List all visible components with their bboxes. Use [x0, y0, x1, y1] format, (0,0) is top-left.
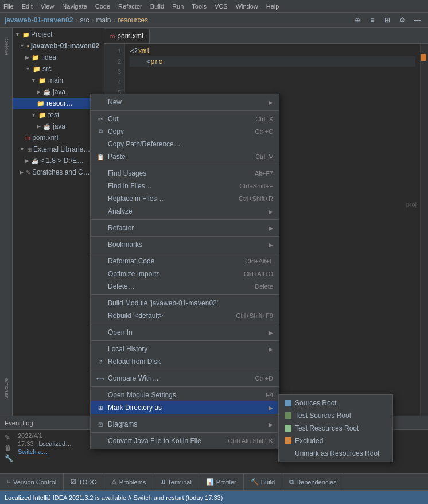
menu-view[interactable]: View [41, 3, 55, 10]
submenu-excluded-label: Excluded [295, 437, 323, 445]
tab-profiler[interactable]: 📊 Profiler [199, 474, 244, 491]
editor-tab-pom[interactable]: m pom.xml [104, 29, 150, 43]
ctx-rebuild-label: Rebuild '<default>' [108, 312, 232, 320]
ctx-cut[interactable]: ✂ Cut Ctrl+X [91, 113, 279, 125]
menu-tools[interactable]: Tools [192, 3, 207, 10]
submenu-test-sources-root[interactable]: Test Sources Root [279, 409, 392, 422]
submenu-test-resources-root[interactable]: Test Resources Root [279, 422, 392, 435]
bookmarks-icon [96, 241, 104, 249]
ctx-diagrams[interactable]: ⊡ Diagrams ▶ [91, 418, 279, 431]
tree-item-idea[interactable]: ▶ 📁 .idea [13, 52, 104, 63]
tab-version-control[interactable]: ⑂ Version Control [0, 474, 64, 491]
menu-help[interactable]: Help [266, 3, 279, 10]
ctx-refactor[interactable]: Refactor ▶ [91, 222, 279, 234]
breadcrumb-project[interactable]: javaweb-01-maven02 [5, 16, 73, 24]
tree-label-test: test [48, 111, 59, 119]
event-note-icon[interactable]: ✎ [5, 433, 13, 441]
ctx-open-in[interactable]: Open In ▶ [91, 326, 279, 339]
ctx-find-usages[interactable]: Find Usages Alt+F7 [91, 167, 279, 180]
ctx-compare[interactable]: ⟺ Compare With… Ctrl+D [91, 372, 279, 385]
tree-item-project[interactable]: ▼ 📁 Project [13, 29, 104, 40]
breadcrumb-src[interactable]: src [80, 16, 89, 24]
test-java-folder-icon: ☕ [43, 123, 51, 130]
submenu-unmark-resources-root[interactable]: Unmark as Resources Root [279, 447, 392, 460]
ctx-find-usages-shortcut: Alt+F7 [255, 170, 273, 177]
menu-window[interactable]: Window [236, 3, 258, 10]
ctx-build-module[interactable]: Build Module 'javaweb-01-maven02' [91, 297, 279, 309]
tree-item-root-project[interactable]: ▼ ▪ javaweb-01-maven02 D:\workspace\P… [13, 40, 104, 52]
ctx-module-settings[interactable]: Open Module Settings F4 [91, 389, 279, 401]
menu-navigate[interactable]: Navigate [62, 3, 87, 10]
tab-dependencies[interactable]: ⧉ Dependencies [282, 474, 344, 491]
ctx-sep11 [91, 416, 279, 416]
ctx-paste[interactable]: 📋 Paste Ctrl+V [91, 150, 279, 163]
ctx-bookmarks-label: Bookmarks [108, 241, 265, 249]
code-line-4 [130, 77, 415, 87]
ctx-reformat[interactable]: Reformat Code Ctrl+Alt+L [91, 255, 279, 267]
tab-todo[interactable]: ☑ TODO [64, 474, 104, 491]
ctx-convert-kotlin[interactable]: Convert Java File to Kotlin File Ctrl+Al… [91, 435, 279, 447]
jdk-icon: ☕ [32, 158, 38, 164]
event-switch-link[interactable]: Switch a… [18, 448, 48, 455]
build-module-icon [96, 299, 104, 307]
delete-icon [96, 282, 104, 290]
tab-terminal[interactable]: ⊞ Terminal [153, 474, 199, 491]
ctx-replace-files[interactable]: Replace in Files… Ctrl+Shift+R [91, 192, 279, 205]
ctx-copy-path[interactable]: Copy Path/Reference… [91, 138, 279, 150]
ctx-optimize[interactable]: Optimize Imports Ctrl+Alt+O [91, 267, 279, 280]
ctx-cut-shortcut: Ctrl+X [255, 115, 273, 122]
breadcrumb-main[interactable]: main [96, 16, 111, 24]
scratches-arrow-icon: ▶ [20, 169, 24, 175]
sources-root-dot [285, 400, 291, 406]
submenu-excluded[interactable]: Excluded [279, 435, 392, 447]
analyze-icon [96, 207, 104, 215]
event-wrench-icon[interactable]: 🔧 [5, 454, 13, 462]
toolbar-filter-icon[interactable]: ⊞ [381, 14, 394, 26]
ctx-compare-label: Compare With… [108, 374, 252, 382]
ctx-copy[interactable]: ⧉ Copy Ctrl+C [91, 125, 279, 138]
ctx-find-files-shortcut: Ctrl+Shift+F [239, 183, 273, 189]
build-icon: 🔨 [251, 478, 259, 486]
sidebar-structure-icon[interactable]: Structure [1, 373, 11, 404]
submenu-sources-root[interactable]: Sources Root [279, 397, 392, 409]
tab-todo-label: TODO [79, 479, 97, 486]
tab-build[interactable]: 🔨 Build [244, 474, 282, 491]
ctx-optimize-shortcut: Ctrl+Alt+O [244, 270, 273, 277]
arrow-expand-icon: ▼ [20, 43, 25, 49]
jdk-arrow-icon: ▶ [25, 158, 29, 164]
sidebar-project-icon[interactable]: Project [1, 30, 11, 64]
menu-edit[interactable]: Edit [22, 3, 33, 10]
toolbar-globe-icon[interactable]: ⊕ [351, 14, 364, 26]
menu-build[interactable]: Build [150, 3, 164, 10]
ctx-analyze[interactable]: Analyze ▶ [91, 205, 279, 218]
menu-file[interactable]: File [3, 3, 14, 10]
ctx-reload[interactable]: ↺ Reload from Disk [91, 355, 279, 368]
ctx-sep1 [91, 110, 279, 111]
tree-item-src[interactable]: ▼ 📁 src [13, 63, 104, 75]
ctx-mark-dir[interactable]: ⊞ Mark Directory as ▶ [91, 401, 279, 414]
tab-problems[interactable]: ⚠ Problems [104, 474, 153, 491]
menu-refactor[interactable]: Refactor [118, 3, 142, 10]
event-trash-icon[interactable]: 🗑 [5, 444, 13, 452]
ctx-delete[interactable]: Delete… Delete [91, 280, 279, 293]
open-in-arrow-icon: ▶ [269, 329, 273, 336]
ctx-new[interactable]: New ▶ [91, 96, 279, 108]
ctx-rebuild[interactable]: Rebuild '<default>' Ctrl+Shift+F9 [91, 309, 279, 322]
code-line-3 [130, 67, 415, 77]
breadcrumb-resources[interactable]: resources [118, 16, 148, 24]
menu-run[interactable]: Run [172, 3, 184, 10]
ctx-find-files[interactable]: Find in Files… Ctrl+Shift+F [91, 180, 279, 192]
tab-terminal-label: Terminal [168, 479, 192, 486]
toolbar-settings-icon[interactable]: ⚙ [396, 14, 408, 26]
ctx-local-history[interactable]: Local History ▶ [91, 343, 279, 355]
toolbar-list-icon[interactable]: ≡ [366, 14, 379, 26]
tree-item-main[interactable]: ▼ 📁 main [13, 75, 104, 86]
toolbar-minimize-icon[interactable]: — [411, 14, 423, 26]
ctx-bookmarks[interactable]: Bookmarks ▶ [91, 238, 279, 251]
copy-path-icon [96, 140, 104, 148]
menu-code[interactable]: Code [95, 3, 110, 10]
right-gutter [420, 44, 428, 464]
menu-vcs[interactable]: VCS [215, 3, 228, 10]
src-folder-icon: 📁 [33, 65, 41, 73]
gutter-marker [421, 54, 426, 61]
